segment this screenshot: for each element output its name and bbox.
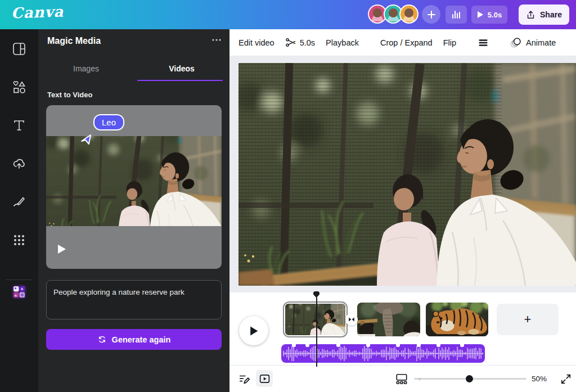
add-clip-button[interactable]: +	[497, 304, 559, 335]
cursor-arrow-icon	[81, 133, 93, 146]
play-icon	[249, 326, 259, 336]
grid-view-button[interactable]	[395, 373, 408, 385]
canva-logo[interactable]: Canva	[11, 3, 64, 21]
audio-segment-notch	[366, 344, 370, 347]
sidebar-item-design[interactable]	[12, 42, 26, 56]
zoom-slider-knob[interactable]	[466, 375, 473, 382]
audio-waveform	[281, 344, 485, 363]
edit-video-button[interactable]: Edit video	[238, 38, 274, 47]
playhead-line	[316, 298, 317, 367]
play-preview-button[interactable]: 5.0s	[471, 6, 507, 24]
timeline-clip-1[interactable]	[283, 301, 348, 337]
sidebar-item-text[interactable]	[12, 119, 26, 132]
share-button[interactable]: Share	[519, 4, 569, 25]
prompt-input[interactable]: People exploring a nature reserve park	[46, 280, 222, 319]
animate-label: Animate	[526, 38, 556, 47]
magic-media-app-icon	[12, 285, 26, 299]
app-header: Canva 5.0s Share	[0, 0, 576, 29]
audio-track[interactable]	[281, 344, 485, 363]
audio-segment-notch	[396, 344, 400, 347]
status-bar: 50%	[230, 365, 576, 392]
share-upload-icon	[526, 10, 536, 20]
play-icon	[57, 244, 66, 254]
play-icon	[477, 11, 484, 19]
audio-segment-notch	[336, 344, 340, 347]
timeline: +	[230, 292, 576, 366]
fullscreen-icon	[560, 373, 572, 385]
collaborator-avatar-3[interactable]	[399, 4, 418, 24]
apps-icon	[12, 233, 26, 247]
add-collaborator-button[interactable]	[422, 5, 440, 24]
sidebar-item-draw[interactable]	[12, 195, 26, 209]
uploads-icon	[12, 157, 26, 170]
audio-segment-notch	[417, 344, 421, 347]
zoom-slider[interactable]	[414, 378, 526, 380]
audio-segment-notch	[436, 344, 440, 347]
animate-icon	[510, 37, 522, 48]
grid-view-icon	[395, 373, 408, 385]
scissors-icon	[285, 37, 296, 48]
sidebar-item-magic-media[interactable]	[12, 285, 26, 299]
context-toolbar: Edit video 5.0s Playback Crop / Expand F…	[230, 29, 576, 56]
canvas-area	[230, 56, 576, 292]
timeline-clip-2[interactable]	[357, 303, 420, 336]
plus-label: +	[524, 312, 532, 327]
preview-duration: 5.0s	[488, 11, 502, 19]
generate-again-button[interactable]: Generate again	[46, 329, 222, 350]
collaborator-cursor-label: Leo	[93, 114, 124, 130]
video-page[interactable]	[238, 63, 576, 286]
transition-bowtie-icon	[348, 317, 355, 322]
playback-button[interactable]: Playback	[326, 38, 359, 47]
generate-again-label: Generate again	[112, 335, 171, 344]
elements-icon	[12, 80, 26, 94]
zoom-slider-tick	[418, 378, 421, 380]
magic-media-panel: Magic Media Images Videos Text to Video …	[38, 29, 230, 392]
notes-button[interactable]	[238, 373, 251, 385]
ellipsis-icon	[212, 35, 222, 45]
sidebar-item-uploads[interactable]	[12, 157, 26, 170]
video-view-icon	[259, 373, 271, 385]
hamburger-icon	[478, 37, 489, 48]
animate-button[interactable]: Animate	[510, 37, 556, 48]
tab-images[interactable]: Images	[38, 56, 134, 81]
regenerate-icon	[97, 335, 107, 344]
timeline-play-button[interactable]	[239, 316, 268, 345]
crop-expand-button[interactable]: Crop / Expand	[380, 38, 433, 47]
trim-button[interactable]: 5.0s	[285, 37, 315, 48]
plus-icon	[427, 10, 436, 19]
trim-duration-label: 5.0s	[300, 38, 315, 47]
sidebar-rail	[0, 29, 38, 392]
text-to-video-label: Text to Video	[47, 91, 92, 99]
audio-segment-notch	[292, 344, 296, 347]
generated-video-card[interactable]: Leo	[46, 105, 222, 269]
insights-icon	[451, 10, 461, 20]
editor-main: Edit video 5.0s Playback Crop / Expand F…	[230, 29, 576, 392]
sidebar-item-apps[interactable]	[12, 233, 26, 247]
panel-title: Magic Media	[47, 36, 101, 46]
video-view-toggle[interactable]	[256, 370, 273, 387]
notes-icon	[238, 373, 251, 385]
canva-video-editor: Canva 5.0s Share	[0, 0, 576, 392]
position-menu-button[interactable]	[478, 37, 489, 48]
zoom-level: 50%	[532, 375, 547, 383]
text-icon	[12, 119, 26, 132]
panel-more-button[interactable]	[212, 35, 222, 48]
fullscreen-button[interactable]	[560, 373, 572, 385]
tab-videos[interactable]: Videos	[134, 56, 230, 81]
media-type-tabs: Images Videos	[38, 56, 230, 81]
collaborator-avatars	[368, 4, 418, 24]
audio-segment-notch	[460, 344, 464, 347]
transition-button[interactable]	[345, 313, 358, 326]
draw-icon	[12, 195, 26, 209]
flip-button[interactable]: Flip	[443, 38, 456, 47]
generated-video-preview	[46, 136, 222, 226]
rail-divider	[6, 280, 33, 280]
design-icon	[12, 42, 26, 56]
insights-button[interactable]	[446, 6, 467, 24]
audio-segment-notch	[305, 344, 309, 347]
playhead[interactable]	[313, 291, 320, 298]
sidebar-item-elements[interactable]	[12, 80, 26, 94]
share-label: Share	[540, 10, 562, 19]
timeline-clip-3[interactable]	[426, 303, 488, 336]
card-play-button[interactable]	[57, 244, 66, 254]
